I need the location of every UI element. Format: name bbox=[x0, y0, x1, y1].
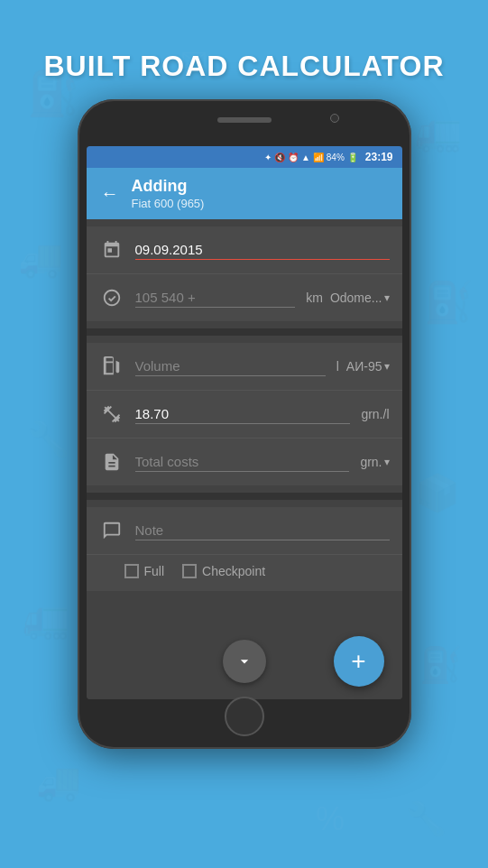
section-gap-2 bbox=[87, 493, 402, 500]
phone-screen: ✦ 🔇 ⏰ ▲ 📶 84% 🔋 23:19 ← Adding Fiat 600 … bbox=[87, 146, 402, 699]
phone-camera bbox=[330, 114, 339, 123]
fuel-type-dropdown-arrow[interactable]: ▾ bbox=[384, 360, 390, 373]
svg-text:🔧: 🔧 bbox=[406, 799, 447, 838]
form-content: km Odome... ▾ bbox=[87, 219, 402, 623]
app-bar-subtitle: Fiat 600 (965) bbox=[132, 197, 205, 210]
date-input[interactable] bbox=[135, 240, 390, 260]
price-icon bbox=[99, 402, 124, 427]
volume-input[interactable] bbox=[135, 356, 326, 376]
svg-text:%: % bbox=[316, 800, 345, 837]
volume-row: l АИ-95 ▾ bbox=[87, 343, 402, 391]
battery-text: 84% bbox=[327, 152, 345, 162]
signal-icon: 📶 bbox=[313, 152, 324, 162]
odometer-input[interactable] bbox=[135, 288, 296, 308]
odometer-dropdown-arrow[interactable]: ▾ bbox=[384, 291, 390, 304]
total-dropdown-arrow[interactable]: ▾ bbox=[384, 456, 390, 468]
price-suffix: grn./l bbox=[361, 407, 389, 421]
phone-home-button[interactable] bbox=[225, 697, 264, 736]
add-button[interactable]: + bbox=[334, 636, 384, 687]
odometer-suffix: km Odome... ▾ bbox=[306, 291, 389, 305]
volume-icon: 🔇 bbox=[274, 152, 285, 162]
battery-icon: 🔋 bbox=[347, 152, 358, 162]
svg-text:📦: 📦 bbox=[415, 471, 460, 514]
price-input[interactable] bbox=[135, 404, 351, 424]
svg-text:🚛: 🚛 bbox=[415, 109, 463, 154]
total-row: grn. ▾ bbox=[87, 439, 402, 485]
odometer-row: km Odome... ▾ bbox=[87, 274, 402, 321]
bluetooth-icon: ✦ bbox=[264, 152, 272, 162]
checkboxes-row: Full Checkpoint bbox=[87, 555, 402, 591]
svg-text:🔧: 🔧 bbox=[27, 419, 70, 460]
total-suffix: grn. ▾ bbox=[360, 455, 389, 469]
price-row: grn./l bbox=[87, 391, 402, 439]
svg-text:⛽: ⛽ bbox=[419, 644, 463, 686]
note-section: Full Checkpoint bbox=[87, 507, 402, 591]
total-input[interactable] bbox=[135, 452, 350, 472]
bottom-bar: + bbox=[87, 623, 402, 699]
note-input[interactable] bbox=[135, 521, 390, 540]
svg-text:⛽: ⛽ bbox=[424, 279, 474, 326]
wifi-icon: ▲ bbox=[301, 152, 310, 162]
status-bar: ✦ 🔇 ⏰ ▲ 📶 84% 🔋 23:19 bbox=[87, 146, 402, 168]
svg-text:🚚: 🚚 bbox=[36, 760, 81, 803]
alarm-icon: ⏰ bbox=[288, 152, 299, 162]
checkpoint-checkbox[interactable] bbox=[182, 564, 197, 578]
svg-text:🚛: 🚛 bbox=[23, 596, 70, 642]
odometer-icon bbox=[99, 285, 124, 310]
scroll-down-button[interactable] bbox=[223, 640, 266, 683]
full-checkbox[interactable] bbox=[124, 564, 139, 578]
full-checkbox-item[interactable]: Full bbox=[124, 564, 165, 578]
volume-suffix: l АИ-95 ▾ bbox=[336, 359, 390, 374]
note-icon bbox=[99, 518, 124, 543]
app-bar-text: Adding Fiat 600 (965) bbox=[132, 177, 205, 210]
full-checkbox-label: Full bbox=[144, 564, 165, 578]
status-icons: ✦ 🔇 ⏰ ▲ 📶 84% 🔋 bbox=[264, 152, 358, 162]
date-odometer-section: km Odome... ▾ bbox=[87, 226, 402, 321]
section-gap-1 bbox=[87, 328, 402, 336]
fuel-section: l АИ-95 ▾ grn./l bbox=[87, 343, 402, 485]
total-icon bbox=[99, 449, 124, 475]
note-row bbox=[87, 507, 402, 555]
app-bar: ← Adding Fiat 600 (965) bbox=[87, 168, 402, 219]
svg-text:🚚: 🚚 bbox=[18, 236, 63, 280]
fuel-volume-icon bbox=[99, 354, 124, 379]
app-bar-title: Adding bbox=[132, 177, 205, 197]
page-title: BUILT ROAD CALCULATOR bbox=[0, 50, 488, 83]
checkpoint-checkbox-item[interactable]: Checkpoint bbox=[182, 564, 265, 578]
date-row bbox=[87, 226, 402, 274]
status-time: 23:19 bbox=[365, 151, 393, 163]
calendar-icon bbox=[99, 237, 124, 263]
checkpoint-checkbox-label: Checkpoint bbox=[202, 564, 265, 578]
phone-speaker bbox=[217, 117, 272, 123]
back-button[interactable]: ← bbox=[101, 183, 119, 204]
phone-frame: ✦ 🔇 ⏰ ▲ 📶 84% 🔋 23:19 ← Adding Fiat 600 … bbox=[78, 99, 411, 749]
